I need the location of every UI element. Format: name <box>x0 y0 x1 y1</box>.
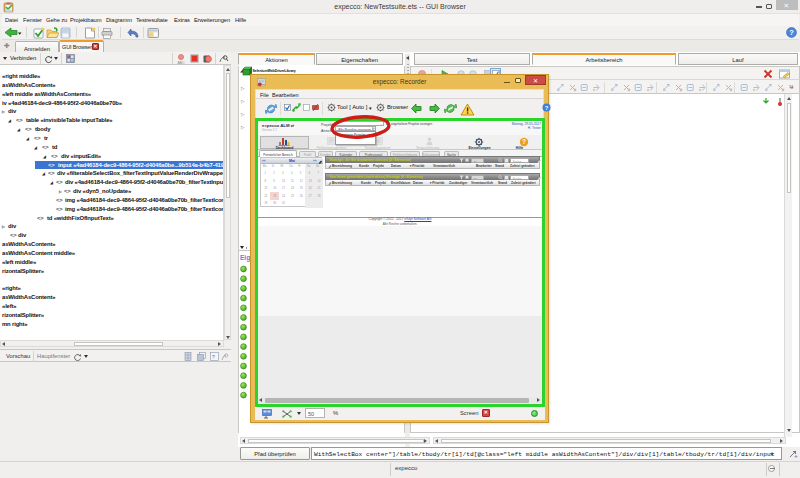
svg-text:?: ? <box>522 138 526 145</box>
svg-text:?: ? <box>789 28 794 37</box>
svg-text:?: ? <box>212 354 215 360</box>
svg-text:ABC: ABC <box>178 61 186 65</box>
svg-text:?: ? <box>545 105 549 111</box>
